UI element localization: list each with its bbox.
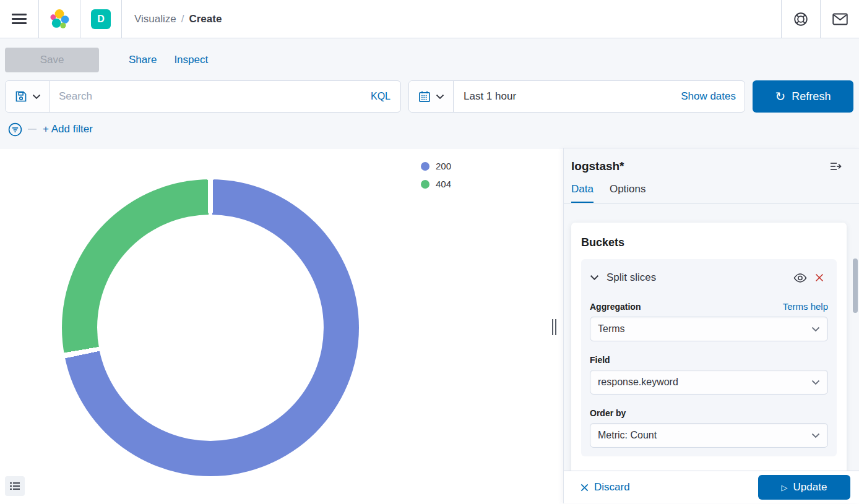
query-language-button[interactable]: KQL bbox=[361, 81, 400, 112]
aggregation-label: Aggregation bbox=[590, 302, 641, 312]
filter-separator bbox=[28, 129, 37, 130]
toggle-visibility-button[interactable] bbox=[790, 273, 811, 283]
close-icon bbox=[814, 273, 824, 283]
calendar-icon bbox=[418, 90, 431, 103]
chevron-down-icon bbox=[811, 327, 820, 332]
refresh-label: Refresh bbox=[792, 90, 831, 103]
legend-label: 404 bbox=[436, 179, 451, 189]
order-by-select[interactable]: Metric: Count bbox=[590, 423, 828, 448]
saved-queries-menu-button[interactable] bbox=[6, 81, 50, 112]
date-quick-menu-button[interactable] bbox=[409, 81, 454, 112]
discard-x-icon bbox=[580, 483, 589, 492]
content: 200404 logstash* bbox=[0, 148, 859, 503]
aggregation-select[interactable]: Terms bbox=[590, 317, 828, 341]
elastic-logo[interactable] bbox=[39, 0, 80, 38]
inspect-button[interactable]: Inspect bbox=[174, 54, 208, 66]
field-label: Field bbox=[590, 355, 610, 365]
update-button[interactable]: ▷ Update bbox=[758, 475, 850, 500]
filter-bar: + Add filter bbox=[5, 120, 854, 139]
breadcrumb-separator: / bbox=[181, 13, 184, 25]
header-right bbox=[781, 0, 859, 38]
add-filter-button[interactable]: + Add filter bbox=[43, 123, 93, 135]
legend-dot bbox=[421, 180, 430, 189]
terms-help-link[interactable]: Terms help bbox=[783, 301, 828, 312]
collapse-panel-icon bbox=[829, 161, 842, 171]
visualization-area: 200404 bbox=[0, 148, 563, 503]
field-select[interactable]: response.keyword bbox=[590, 370, 828, 395]
share-button[interactable]: Share bbox=[129, 54, 157, 66]
actions-row: Save Share Inspect bbox=[5, 38, 854, 72]
order-by-value: Metric: Count bbox=[598, 430, 657, 441]
aggregation-value: Terms bbox=[598, 323, 625, 335]
field-label-row: Field bbox=[590, 355, 828, 365]
order-by-label-row: Order by bbox=[590, 408, 828, 418]
collapse-sidebar-button[interactable] bbox=[826, 161, 845, 171]
app-header: D Visualize / Create bbox=[0, 0, 859, 38]
split-slices-accordion[interactable]: Split slices bbox=[590, 268, 828, 288]
legend-item[interactable]: 200 bbox=[421, 161, 451, 171]
search-input[interactable] bbox=[50, 81, 361, 112]
index-pattern-title: logstash* bbox=[571, 160, 624, 173]
legend-dot bbox=[421, 162, 430, 171]
legend-toggle-button[interactable] bbox=[5, 476, 25, 496]
chevron-down-icon bbox=[811, 380, 820, 385]
tab-data[interactable]: Data bbox=[571, 183, 594, 203]
tab-options[interactable]: Options bbox=[610, 183, 646, 203]
legend-item[interactable]: 404 bbox=[421, 179, 451, 189]
update-label: Update bbox=[793, 481, 827, 493]
field-value: response.keyword bbox=[598, 377, 678, 388]
time-range-value[interactable]: Last 1 hour bbox=[454, 81, 672, 112]
play-icon: ▷ bbox=[782, 483, 788, 492]
breadcrumb-visualize[interactable]: Visualize bbox=[134, 13, 176, 25]
chevron-down-icon bbox=[32, 94, 41, 100]
agg-panel: Split slices bbox=[581, 259, 837, 456]
breadcrumb: Visualize / Create bbox=[122, 0, 781, 38]
sidebar-header: logstash* bbox=[564, 148, 859, 173]
hamburger-menu-icon bbox=[12, 14, 27, 24]
order-by-label: Order by bbox=[590, 408, 626, 418]
eye-icon bbox=[793, 273, 807, 283]
save-icon bbox=[15, 90, 27, 103]
discard-button[interactable]: Discard bbox=[580, 481, 630, 493]
discard-label: Discard bbox=[594, 481, 630, 493]
elastic-logo-icon bbox=[49, 9, 70, 30]
help-button[interactable] bbox=[782, 0, 820, 38]
legend: 200404 bbox=[421, 161, 451, 189]
mail-icon bbox=[832, 12, 848, 26]
breadcrumb-current: Create bbox=[189, 13, 222, 25]
list-icon bbox=[9, 481, 20, 491]
main-menu-button[interactable] bbox=[0, 0, 38, 38]
help-icon bbox=[793, 11, 809, 27]
chevron-down-icon bbox=[436, 94, 444, 100]
date-picker: Last 1 hour Show dates bbox=[408, 80, 745, 113]
show-dates-button[interactable]: Show dates bbox=[672, 81, 745, 112]
filter-icon[interactable] bbox=[7, 122, 23, 137]
sidebar-body: Buckets Split slices bbox=[564, 218, 859, 471]
kibana-visualize-app: D Visualize / Create bbox=[0, 0, 859, 504]
buckets-heading: Buckets bbox=[581, 236, 837, 249]
space-badge[interactable]: D bbox=[91, 9, 111, 29]
sidebar-footer: Discard ▷ Update bbox=[564, 471, 859, 503]
buckets-card: Buckets Split slices bbox=[571, 223, 847, 471]
refresh-button[interactable]: ↻ Refresh bbox=[753, 80, 853, 113]
scrollbar-thumb[interactable] bbox=[853, 258, 858, 313]
agg-title: Split slices bbox=[606, 271, 790, 284]
remove-agg-button[interactable] bbox=[811, 273, 828, 283]
donut-chart[interactable] bbox=[62, 179, 359, 476]
search-bar: KQL bbox=[5, 80, 401, 113]
query-row: KQL Last 1 hour Show dates bbox=[5, 80, 854, 113]
panel-resize-handle[interactable] bbox=[550, 317, 558, 337]
space-selector[interactable]: D bbox=[80, 0, 121, 38]
sidebar-tabs: Data Options bbox=[564, 173, 859, 203]
chevron-down-icon bbox=[590, 275, 599, 281]
toolbar-zone: Save Share Inspect KQL bbox=[0, 38, 859, 148]
save-button[interactable]: Save bbox=[5, 48, 99, 72]
refresh-icon: ↻ bbox=[775, 90, 786, 103]
aggregation-label-row: Aggregation Terms help bbox=[590, 301, 828, 312]
editor-sidebar: logstash* Data Options Buckets bbox=[563, 148, 859, 503]
legend-label: 200 bbox=[436, 161, 451, 171]
newsfeed-button[interactable] bbox=[821, 0, 859, 38]
chevron-down-icon bbox=[811, 433, 820, 438]
